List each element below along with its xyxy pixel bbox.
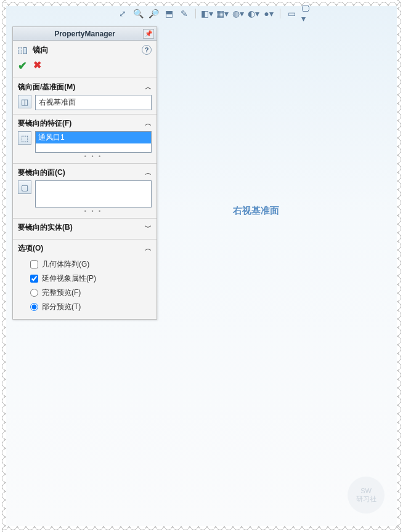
svg-point-24 bbox=[251, 343, 310, 386]
zoom-fit-icon[interactable]: ⤢ bbox=[117, 8, 128, 19]
option-label: 几何体阵列(G) bbox=[42, 259, 89, 270]
full-preview-radio[interactable] bbox=[30, 289, 38, 297]
svg-line-3 bbox=[165, 454, 301, 470]
chevron-down-icon: ﹀ bbox=[145, 223, 152, 232]
option-label: 延伸视象属性(P) bbox=[42, 273, 96, 284]
graphics-viewport[interactable]: 右视基准面 ⤢ 🔍 🔎 ⬒ ✎ ◧▾ ▦▾ ◍▾ ◐▾ ●▾ ▭ 🖵▾ Prop… bbox=[6, 6, 397, 526]
option-partial-preview[interactable]: 部分预览(T) bbox=[30, 300, 152, 314]
svg-point-13 bbox=[339, 284, 349, 289]
confirm-row: ✔ ✖ bbox=[13, 57, 157, 78]
dynamic-view-icon[interactable]: ✎ bbox=[179, 8, 190, 19]
svg-line-20 bbox=[99, 401, 213, 409]
chevron-up-icon: ︿ bbox=[145, 83, 152, 92]
features-list[interactable]: 通风口1 bbox=[35, 131, 152, 153]
section-faces: 要镜向的面(C) ︿ ▢ • • • bbox=[13, 163, 157, 218]
zoom-prev-icon[interactable]: 🔎 bbox=[148, 8, 159, 19]
view-orientation-icon[interactable]: ◧▾ bbox=[202, 8, 213, 19]
view-toolbar: ⤢ 🔍 🔎 ⬒ ✎ ◧▾ ▦▾ ◍▾ ◐▾ ●▾ ▭ 🖵▾ bbox=[117, 8, 312, 19]
section-features: 要镜向的特征(F) ︿ ⬚ 通风口1 • • • bbox=[13, 114, 157, 163]
svg-line-28 bbox=[229, 345, 338, 369]
render-icon[interactable]: ▭ bbox=[286, 8, 297, 19]
section-header[interactable]: 要镜向的实体(B) ﹀ bbox=[18, 222, 152, 233]
face-icon[interactable]: ▢ bbox=[18, 180, 31, 194]
svg-line-22 bbox=[102, 351, 213, 437]
section-mirror-plane: 镜向面/基准面(M) ︿ ◫ 右视基准面 bbox=[13, 78, 157, 114]
section-options: 选项(O) ︿ 几何体阵列(G) 延伸视象属性(P) 完整预览(F) bbox=[13, 239, 157, 319]
section-view-icon[interactable]: ⬒ bbox=[163, 8, 174, 19]
svg-point-10 bbox=[198, 223, 208, 228]
ok-button[interactable]: ✔ bbox=[18, 59, 27, 73]
section-label: 要镜向的实体(B) bbox=[18, 222, 73, 233]
svg-marker-34 bbox=[280, 422, 285, 429]
zoom-area-icon[interactable]: 🔍 bbox=[132, 8, 144, 19]
svg-line-2 bbox=[301, 208, 302, 470]
plane-label: 右视基准面 bbox=[233, 205, 279, 217]
display-style-icon[interactable]: ▦▾ bbox=[217, 8, 228, 19]
feature-list-icon[interactable]: ⬚ bbox=[18, 131, 31, 145]
section-header[interactable]: 要镜向的特征(F) ︿ bbox=[18, 118, 152, 129]
svg-line-23 bbox=[102, 356, 213, 437]
svg-line-18 bbox=[99, 374, 213, 382]
pin-button[interactable]: 📌 bbox=[143, 29, 154, 39]
svg-rect-14 bbox=[97, 352, 214, 435]
toolbar-separator bbox=[195, 9, 196, 18]
mirror-plane-input[interactable]: 右视基准面 bbox=[35, 95, 152, 110]
resize-grip[interactable]: • • • bbox=[35, 153, 152, 159]
option-label: 完整预览(F) bbox=[42, 288, 81, 298]
feature-name: 镜向 bbox=[33, 44, 49, 55]
svg-line-0 bbox=[165, 183, 214, 454]
svg-line-35 bbox=[282, 443, 298, 449]
svg-line-32 bbox=[229, 310, 336, 413]
svg-point-11 bbox=[330, 246, 340, 251]
watermark-line2: 研习社 bbox=[356, 495, 377, 503]
appearance-icon[interactable]: ●▾ bbox=[263, 8, 274, 19]
svg-line-17 bbox=[99, 361, 213, 368]
svg-rect-7 bbox=[162, 451, 168, 457]
option-full-preview[interactable]: 完整预览(F) bbox=[30, 286, 152, 300]
svg-point-5 bbox=[299, 205, 304, 210]
chevron-up-icon: ︿ bbox=[145, 119, 152, 128]
svg-line-19 bbox=[99, 388, 213, 395]
hide-show-icon[interactable]: ◍▾ bbox=[232, 8, 243, 19]
svg-line-29 bbox=[229, 360, 338, 384]
property-manager-panel: PropertyManager 📌 镜向 ? ✔ ✖ 镜向面/基准面(M) ︿ … bbox=[12, 26, 157, 320]
svg-line-21 bbox=[99, 415, 213, 422]
svg-marker-36 bbox=[293, 446, 301, 452]
section-label: 选项(O) bbox=[18, 243, 43, 254]
section-header[interactable]: 选项(O) ︿ bbox=[18, 243, 152, 254]
option-propagate[interactable]: 延伸视象属性(P) bbox=[30, 272, 152, 286]
option-geometry-pattern[interactable]: 几何体阵列(G) bbox=[30, 257, 152, 272]
svg-point-25 bbox=[271, 358, 290, 372]
section-bodies: 要镜向的实体(B) ﹀ bbox=[13, 218, 157, 239]
svg-line-37 bbox=[270, 443, 282, 451]
section-label: 要镜向的面(C) bbox=[18, 167, 65, 178]
svg-point-16 bbox=[149, 387, 163, 399]
mirror-feature-icon bbox=[18, 46, 29, 54]
toolbar-separator bbox=[280, 9, 280, 18]
watermark-line1: SW bbox=[360, 487, 372, 495]
scene-icon[interactable]: ◐▾ bbox=[248, 8, 259, 19]
panel-title: PropertyManager bbox=[26, 30, 143, 38]
svg-point-4 bbox=[212, 181, 217, 186]
plane-icon[interactable]: ◫ bbox=[18, 95, 31, 108]
section-label: 镜向面/基准面(M) bbox=[18, 82, 75, 92]
svg-line-26 bbox=[230, 318, 339, 340]
section-header[interactable]: 要镜向的面(C) ︿ bbox=[18, 167, 152, 178]
resize-grip[interactable]: • • • bbox=[35, 208, 152, 214]
screen-icon[interactable]: 🖵▾ bbox=[301, 8, 312, 19]
svg-point-12 bbox=[210, 275, 219, 280]
geometry-pattern-checkbox[interactable] bbox=[30, 260, 38, 268]
svg-point-6 bbox=[298, 468, 303, 473]
chevron-up-icon: ︿ bbox=[145, 168, 152, 177]
svg-point-15 bbox=[134, 374, 178, 411]
partial-preview-radio[interactable] bbox=[30, 303, 38, 311]
selected-feature-item[interactable]: 通风口1 bbox=[36, 132, 151, 143]
chevron-up-icon: ︿ bbox=[145, 244, 152, 253]
svg-line-27 bbox=[230, 331, 339, 355]
propagate-checkbox[interactable] bbox=[30, 275, 38, 283]
svg-line-30 bbox=[228, 376, 336, 399]
faces-list[interactable] bbox=[35, 180, 152, 208]
help-button[interactable]: ? bbox=[142, 45, 152, 55]
section-header[interactable]: 镜向面/基准面(M) ︿ bbox=[18, 82, 152, 92]
cancel-button[interactable]: ✖ bbox=[33, 59, 41, 73]
